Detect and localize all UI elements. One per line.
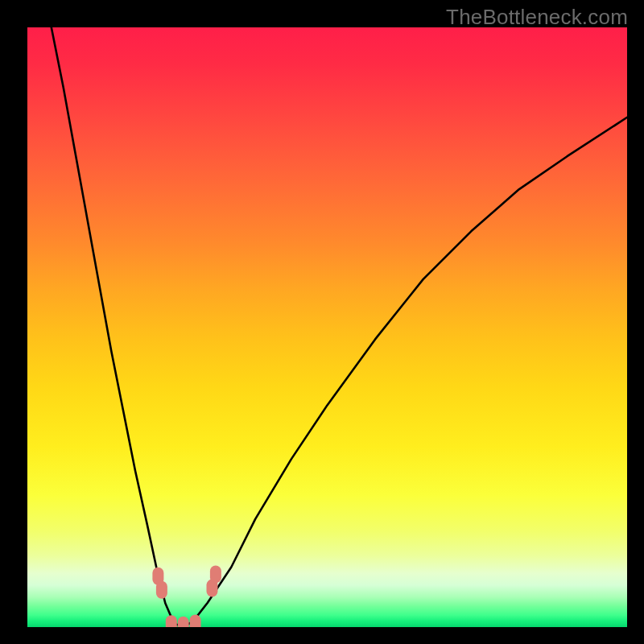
marker-bottom-cluster: [166, 615, 177, 627]
bottleneck-curve: [52, 27, 627, 626]
marker-bottom-cluster: [178, 617, 189, 627]
plot-area: [27, 27, 627, 627]
marker-right-cluster: [210, 565, 221, 583]
marker-group: [152, 565, 221, 627]
marker-left-cluster: [156, 581, 167, 599]
watermark-text: TheBottleneck.com: [446, 5, 628, 30]
curve-layer: [27, 27, 627, 627]
outer-black-frame: TheBottleneck.com: [0, 0, 644, 644]
marker-bottom-cluster: [190, 615, 201, 628]
